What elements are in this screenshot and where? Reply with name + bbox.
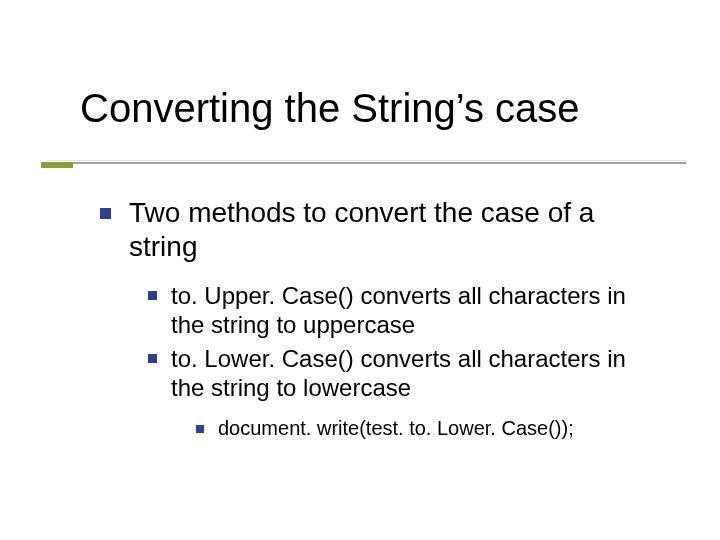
list-item: to. Upper. Case() converts all character… [148,281,660,340]
lvl1-text: Two methods to convert the case of a str… [129,196,660,263]
title-underline [46,162,686,164]
square-bullet-icon [148,354,157,363]
square-bullet-icon [148,291,157,300]
lvl2-text: to. Lower. Case() converts all character… [171,344,660,403]
lvl2-group: to. Upper. Case() converts all character… [148,281,660,440]
body-content: Two methods to convert the case of a str… [100,196,660,440]
lvl3-group: document. write(test. to. Lower. Case())… [196,416,660,440]
list-item: to. Lower. Case() converts all character… [148,344,660,403]
lvl2-text: to. Upper. Case() converts all character… [171,281,660,340]
list-item: Two methods to convert the case of a str… [100,196,660,263]
title-area: Converting the String’s case [80,86,580,130]
lvl3-text: document. write(test. to. Lower. Case())… [218,416,574,440]
square-bullet-icon [100,208,111,219]
square-bullet-icon [196,425,204,433]
slide: Converting the String’s case Two methods… [0,0,720,540]
title-accent-bar [41,162,73,168]
slide-title: Converting the String’s case [80,86,580,130]
list-item: document. write(test. to. Lower. Case())… [196,416,660,440]
